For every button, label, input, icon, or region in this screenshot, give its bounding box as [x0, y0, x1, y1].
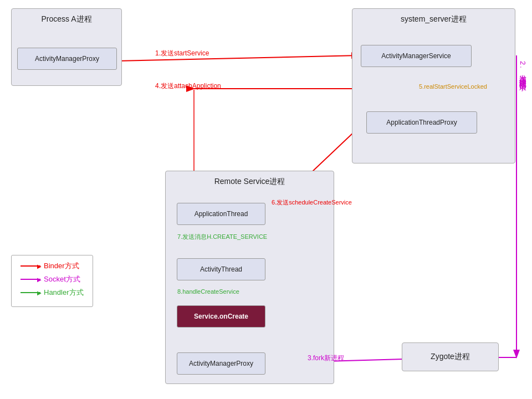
zygote-title: Zygote进程	[431, 352, 470, 362]
process-a-title: Process A进程	[12, 14, 121, 24]
label-arrow1: 1.发送startService	[155, 49, 209, 58]
legend-binder: ▶ Binder方式	[21, 261, 84, 271]
legend-socket: ▶ Socket方式	[21, 274, 84, 284]
service-oncreate: Service.onCreate	[177, 305, 265, 328]
label-arrow6: 6.发送scheduleCreateService	[272, 198, 352, 207]
process-a-box: Process A进程 ActivityManagerProxy	[11, 8, 122, 86]
legend-box: ▶ Binder方式 ▶ Socket方式 ▶ Handler方式	[11, 255, 93, 307]
application-thread-proxy: ApplicationThreadProxy	[366, 111, 477, 134]
label-arrow4: 4.发送attachAppliction	[155, 81, 221, 91]
activity-manager-service: ActivityManagerService	[361, 45, 472, 67]
label-arrow8: 8.handleCreateService	[177, 288, 239, 295]
label-arrow5: 5.realStartServiceLocked	[419, 83, 487, 90]
svg-line-0	[116, 55, 359, 61]
system-server-title: system_server进程	[352, 14, 515, 24]
label-arrow2: 2.发送创建进程的请求	[518, 61, 528, 79]
label-arrow3: 3.fork新进程	[308, 354, 344, 363]
activity-manager-proxy-2: ActivityManagerProxy	[177, 352, 265, 375]
label-arrow7: 7.发送消息H.CREATE_SERVICE	[177, 233, 267, 241]
zygote-box: Zygote进程	[402, 342, 499, 371]
application-thread: ApplicationThread	[177, 203, 265, 225]
activity-manager-proxy-1: ActivityManagerProxy	[17, 48, 117, 70]
activity-thread: ActivityThread	[177, 258, 265, 280]
legend-handler: ▶ Handler方式	[21, 288, 84, 298]
remote-service-title: Remote Service进程	[166, 177, 334, 187]
